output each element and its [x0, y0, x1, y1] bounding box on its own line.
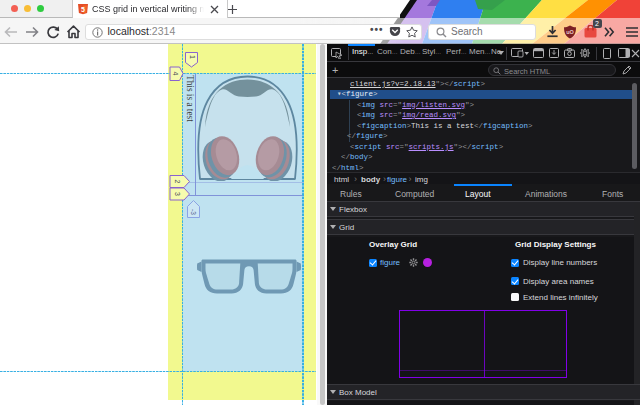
svg-text:4: 4 [172, 72, 179, 76]
svg-text:uO: uO [566, 29, 574, 35]
svg-text:2: 2 [174, 180, 181, 184]
svg-text:-3: -3 [190, 209, 197, 215]
svg-text:1: 1 [189, 55, 196, 59]
svg-text:3: 3 [174, 192, 181, 196]
svg-text:5: 5 [81, 6, 85, 13]
